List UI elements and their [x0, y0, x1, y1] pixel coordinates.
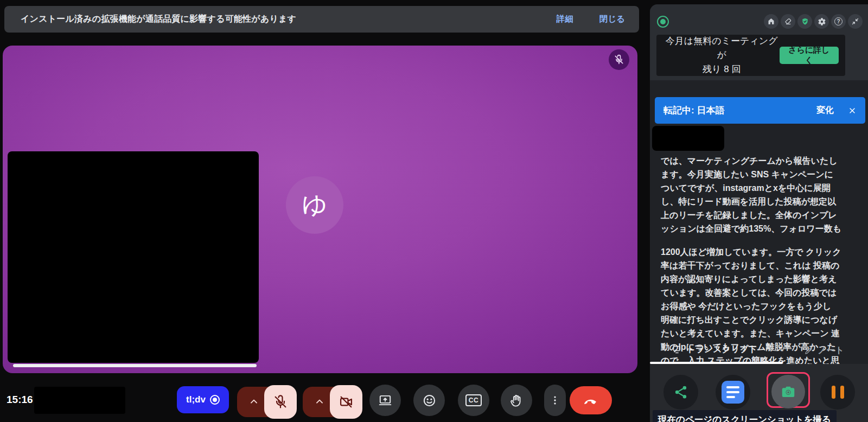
chevron-up-icon: [248, 397, 259, 407]
mic-toggle-button[interactable]: [264, 385, 297, 419]
captions-button[interactable]: CC: [458, 385, 489, 416]
participant-muted-badge: [609, 49, 629, 70]
transcribing-bar: 転記中: 日本語 変化: [655, 97, 865, 124]
home-icon: [767, 17, 775, 25]
home-button[interactable]: [764, 14, 778, 29]
privacy-button[interactable]: [797, 14, 812, 29]
promo-line1: 今月は無料のミーティングが: [664, 34, 780, 62]
extension-sidebar: ? 今月は無料のミーティングが 残り 8 回 さらに詳しく 転記中: 日本語 変…: [650, 4, 868, 422]
pause-recording-button[interactable]: [820, 375, 855, 410]
screenshot-tooltip: 現在のページのスクリーンショットを撮る: [653, 410, 837, 422]
screenshot-button[interactable]: [771, 375, 805, 408]
promo-banner: 今月は無料のミーティングが 残り 8 回 さらに詳しく: [656, 35, 845, 76]
emoji-icon: [422, 393, 437, 408]
transcribing-label: 転記中: 日本語: [663, 104, 724, 117]
tldv-label: tl;dv: [186, 394, 206, 405]
share-icon: [673, 384, 689, 400]
close-link[interactable]: 閉じる: [599, 14, 625, 25]
collapse-icon: [851, 17, 859, 25]
pause-icon: [832, 386, 844, 399]
mic-off-icon: [273, 394, 288, 410]
camera-off-icon: [339, 394, 354, 410]
camera-toggle-button[interactable]: [330, 385, 362, 419]
close-transcribing-button[interactable]: [848, 106, 857, 115]
notification-message: インストール済みの拡張機能が通話品質に影響する可能性があります: [21, 14, 531, 25]
tab-notes[interactable]: ノート: [804, 345, 844, 356]
more-options-icon: [549, 394, 561, 406]
redacted-screen-share-underline: [13, 364, 257, 367]
close-icon: [848, 106, 857, 115]
share-button[interactable]: [663, 375, 698, 410]
tab-transcript[interactable]: トランスクリプト: [672, 344, 757, 355]
present-screen-icon: [378, 393, 392, 407]
present-screen-button[interactable]: [369, 385, 401, 416]
google-meet-window: インストール済みの拡張機能が通話品質に影響する可能性があります 詳細 閉じる ゆ…: [0, 0, 868, 422]
transcript-text: では、マーケティングチームから報告いたします。今月実施したい SNS キャンペー…: [661, 154, 842, 394]
settings-button[interactable]: [814, 14, 829, 29]
promo-line2: 残り 8 回: [664, 62, 780, 76]
collapse-button[interactable]: [848, 14, 863, 29]
promo-text: 今月は無料のミーティングが 残り 8 回: [664, 34, 780, 76]
docs-icon: [722, 381, 744, 404]
notification-banner: インストール済みの拡張機能が通話品質に影響する可能性があります 詳細 閉じる: [4, 6, 639, 33]
mic-off-icon: [614, 54, 624, 65]
raise-hand-icon: [509, 393, 524, 408]
redacted-meeting-name: [34, 387, 125, 414]
end-call-button[interactable]: [570, 386, 612, 414]
help-icon: ?: [834, 17, 843, 25]
more-options-button[interactable]: [544, 385, 566, 416]
tab-transcript-label: トランスクリプト: [686, 344, 757, 355]
camera-icon: [780, 383, 796, 400]
notes-document-button[interactable]: [716, 375, 750, 410]
pencil-icon: [804, 346, 813, 355]
sidebar-header: ? 今月は無料のミーティングが 残り 8 回 さらに詳しく: [650, 4, 868, 80]
reactions-button[interactable]: [413, 385, 445, 416]
record-icon: [210, 395, 220, 405]
tldv-button[interactable]: tl;dv: [177, 386, 229, 413]
gear-icon: [818, 17, 826, 26]
raise-hand-button[interactable]: [501, 385, 532, 416]
redacted-speaker-name: [652, 126, 724, 151]
eraser-icon: [784, 17, 792, 25]
tab-notes-label: ノート: [818, 345, 844, 356]
learn-more-button[interactable]: さらに詳しく: [780, 47, 839, 64]
clock: 15:16: [7, 394, 33, 406]
forum-icon: [672, 344, 682, 355]
captions-icon: CC: [465, 394, 482, 406]
avatar: ゆ: [286, 176, 343, 234]
redacted-screen-share: [8, 151, 259, 363]
chevron-up-icon: [314, 397, 325, 407]
end-call-icon: [583, 392, 599, 408]
details-link[interactable]: 詳細: [557, 14, 573, 25]
eraser-button[interactable]: [781, 14, 795, 29]
recording-indicator-icon: [657, 16, 669, 28]
avatar-initial: ゆ: [302, 188, 327, 222]
change-language-link[interactable]: 変化: [816, 105, 834, 116]
help-button[interactable]: ?: [831, 14, 846, 29]
shield-check-icon: [801, 17, 809, 26]
transcript-paragraph: では、マーケティングチームから報告いたします。今月実施したい SNS キャンペー…: [661, 154, 842, 235]
sidebar-header-icons: ?: [764, 14, 863, 29]
